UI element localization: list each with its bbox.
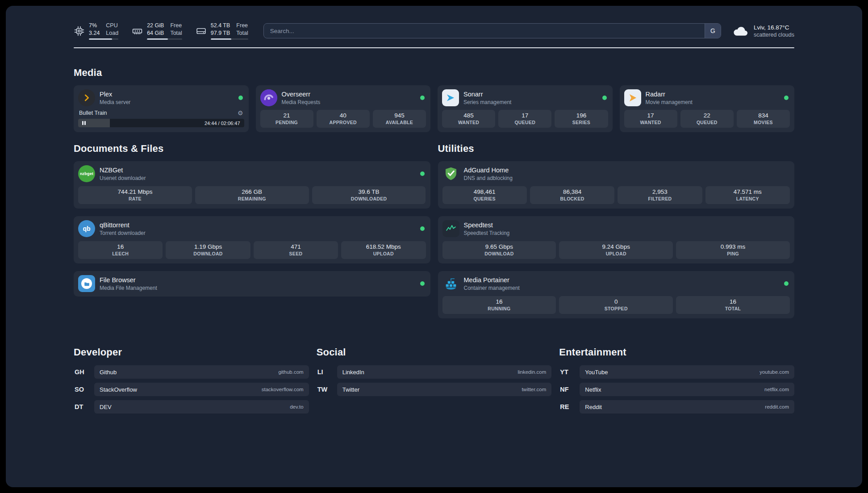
stat-value: 21 <box>262 112 312 119</box>
stat-label: REMAINING <box>197 196 307 201</box>
bookmark-stackoverflow[interactable]: SO StackOverflow stackoverflow.com <box>74 383 309 396</box>
stat-label: LEECH <box>80 251 161 256</box>
bookmark-reddit[interactable]: RE Reddit reddit.com <box>559 400 794 414</box>
bookmark-netflix[interactable]: NF Netflix netflix.com <box>559 383 794 396</box>
bookmark-twitter[interactable]: TW Twitter twitter.com <box>317 383 552 396</box>
stat-label: UPLOAD <box>343 251 424 256</box>
bookmark-name: YouTube <box>585 369 608 376</box>
stat-tile: 0 STOPPED <box>559 296 673 314</box>
cpu-usage-bar <box>89 38 118 40</box>
card-title: Plex <box>100 90 130 98</box>
stat-tile: 39.6 TB DOWNLOADED <box>312 186 426 204</box>
stat-label: RATE <box>80 196 190 201</box>
card-title: Media Portainer <box>464 276 520 284</box>
stat-label: RUNNING <box>444 306 555 311</box>
radarr-icon <box>624 89 641 106</box>
bookmark-url: twitter.com <box>522 387 546 392</box>
disk-free-value: 52.4 TB <box>211 22 230 29</box>
stat-label: UPLOAD <box>561 251 671 256</box>
stat-tile: 744.21 Mbps RATE <box>78 186 192 204</box>
stat-value: 39.6 TB <box>314 188 424 195</box>
status-dot <box>784 96 789 100</box>
stat-value: 47.571 ms <box>707 188 788 195</box>
sonarr-card[interactable]: Sonarr Series management 485 WANTED 17 Q… <box>438 85 613 132</box>
stat-tile: 618.52 Mbps UPLOAD <box>341 241 426 259</box>
overseerr-card[interactable]: Overseerr Media Requests 21 PENDING 40 A… <box>256 85 431 132</box>
memory-total-value: 64 GiB <box>147 29 164 37</box>
card-title: Radarr <box>646 90 693 98</box>
stat-tile: 471 SEED <box>254 241 338 259</box>
disk-usage-bar <box>211 38 248 40</box>
disk-icon <box>196 25 207 37</box>
bookmark-name: LinkedIn <box>342 369 364 376</box>
stat-label: STOPPED <box>561 306 671 311</box>
adguard-card[interactable]: AdGuard Home DNS and adblocking 498,461 … <box>438 161 795 209</box>
speedtest-card[interactable]: Speedtest Speedtest Tracking 9.65 Gbps D… <box>438 216 795 263</box>
card-subtitle: Media Requests <box>282 99 321 105</box>
card-subtitle: Container management <box>464 285 520 291</box>
disk-total-value: 97.9 TB <box>211 29 230 37</box>
stat-label: PING <box>678 251 788 256</box>
nzbget-card[interactable]: nzbget NZBGet Usenet downloader 744.21 M… <box>74 161 430 209</box>
stat-label: AVAILABLE <box>375 120 424 125</box>
section-title-entertainment: Entertainment <box>559 347 794 358</box>
now-playing-title: Bullet Train <box>79 110 107 116</box>
stat-label: DOWNLOAD <box>444 251 555 256</box>
stat-value: 266 GB <box>197 188 307 195</box>
memory-widget: 22 GiB 64 GiB Free Total <box>132 22 182 40</box>
cpu-usage-value: 7% <box>89 22 100 29</box>
bookmark-name: Netflix <box>585 386 601 393</box>
stat-label: DOWNLOADED <box>314 196 424 201</box>
speedtest-icon <box>442 220 459 237</box>
bookmark-dev[interactable]: DT DEV dev.to <box>74 400 309 414</box>
developer-column: Developer GH Github github.com SO StackO… <box>74 347 309 418</box>
bookmark-url: linkedin.com <box>517 369 546 375</box>
pause-icon[interactable] <box>82 121 86 125</box>
bookmark-abbr: DT <box>74 403 94 410</box>
radarr-card[interactable]: Radarr Movie management 17 WANTED 22 QUE… <box>620 85 795 132</box>
bookmark-github[interactable]: GH Github github.com <box>74 365 309 379</box>
cpu-load-label: Load <box>106 29 118 37</box>
cpu-icon <box>74 25 85 37</box>
filebrowser-card[interactable]: File Browser Media File Management <box>74 271 430 297</box>
stat-label: WANTED <box>626 120 676 125</box>
utilities-column: Utilities AdGuard Home DNS and adblockin… <box>438 143 795 326</box>
playback-time: 24:44 / 02:06:47 <box>204 121 240 126</box>
card-title: Sonarr <box>463 90 511 98</box>
qbittorrent-card[interactable]: qb qBittorrent Torrent downloader 16 LEE… <box>74 216 430 263</box>
status-dot <box>238 96 243 100</box>
status-dot <box>784 281 789 286</box>
stat-value: 17 <box>500 112 550 119</box>
cpu-widget: 7% 3.24 CPU Load <box>74 22 118 40</box>
playback-progress-bar[interactable]: 24:44 / 02:06:47 <box>78 119 244 127</box>
cloud-icon <box>732 25 749 37</box>
stat-tile: 498,461 QUERIES <box>442 186 527 204</box>
overseerr-icon <box>260 89 277 106</box>
bookmark-url: github.com <box>278 369 303 375</box>
stat-label: FILTERED <box>619 196 700 201</box>
stat-tile: 485 WANTED <box>442 110 495 128</box>
card-title: Overseerr <box>282 90 321 98</box>
stat-value: 16 <box>444 298 555 305</box>
disk-widget: 52.4 TB 97.9 TB Free Total <box>196 22 248 40</box>
bookmark-youtube[interactable]: YT YouTube youtube.com <box>559 365 794 379</box>
stat-value: 196 <box>556 112 606 119</box>
stat-value: 9.24 Gbps <box>561 243 671 250</box>
plex-card[interactable]: Plex Media server Bullet Train ⚙ 24:44 /… <box>74 85 249 132</box>
card-subtitle: Media File Management <box>100 285 157 291</box>
portainer-card[interactable]: Media Portainer Container management 16 … <box>438 271 795 318</box>
search-input[interactable] <box>264 24 705 38</box>
disk-free-label: Free <box>236 22 248 29</box>
gear-icon[interactable]: ⚙ <box>238 110 243 116</box>
stat-value: 498,461 <box>444 188 525 195</box>
search-provider-button[interactable]: G <box>705 24 721 38</box>
stat-value: 22 <box>682 112 732 119</box>
stat-value: 0.993 ms <box>678 243 788 250</box>
stat-value: 485 <box>444 112 493 119</box>
bookmark-linkedin[interactable]: LI LinkedIn linkedin.com <box>317 365 552 379</box>
topbar: 7% 3.24 CPU Load 22 GiB <box>74 21 794 41</box>
documents-column: Documents & Files nzbget NZBGet Usenet d… <box>74 143 430 326</box>
card-subtitle: DNS and adblocking <box>464 175 513 181</box>
stat-tile: 9.24 Gbps UPLOAD <box>559 241 673 259</box>
status-dot <box>420 171 425 176</box>
